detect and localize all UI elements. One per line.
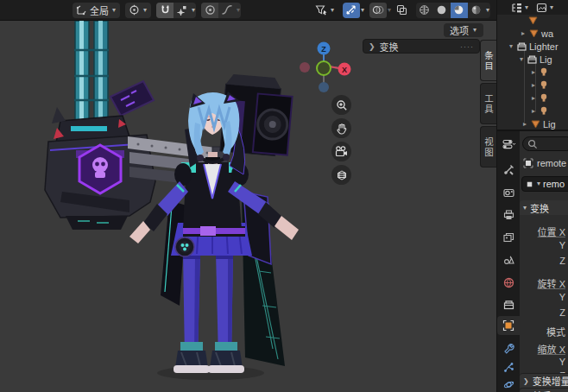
scene-icon: [503, 255, 514, 265]
proportional-editing-toggle[interactable]: [201, 3, 218, 18]
toggle-ortho-button[interactable]: [331, 165, 351, 185]
tab-object[interactable]: [497, 316, 520, 335]
tab-tool[interactable]: [497, 160, 520, 179]
tab-object-data[interactable]: [497, 389, 520, 392]
viewport-3d[interactable]: 全局 ▾ ▾ ▾: [0, 0, 497, 392]
snap-magnet-toggle[interactable]: [156, 3, 174, 18]
tab-view-layer[interactable]: [497, 228, 520, 247]
expand-right-icon[interactable]: ▸: [520, 29, 527, 37]
properties-editor-icon: [502, 139, 515, 150]
chevron-down-icon[interactable]: ▾: [111, 7, 117, 14]
gizmo-axis-y[interactable]: [317, 61, 331, 75]
properties-search-field[interactable]: [522, 136, 568, 151]
properties-tab-strip: [497, 131, 520, 392]
object-name-field[interactable]: ▾ remo: [521, 176, 568, 192]
shading-wireframe-button[interactable]: [416, 3, 433, 18]
tab-particles[interactable]: [497, 357, 520, 376]
sidebar-tab-tool[interactable]: 工具: [480, 83, 497, 124]
location-x-label: 位置 X: [538, 224, 565, 238]
outliner-row[interactable]: ▸: [497, 104, 568, 117]
toggle-ortho-icon: [336, 169, 348, 181]
sidebar-tab-view[interactable]: 视图: [480, 126, 497, 168]
chevron-down-icon[interactable]: ▾: [236, 7, 241, 14]
relations-panel-header[interactable]: ❯ 关系: [520, 388, 568, 392]
expand-down-icon[interactable]: ▾: [508, 42, 514, 50]
tab-output[interactable]: [497, 205, 520, 224]
shading-rendered-button[interactable]: [468, 3, 485, 18]
rotation-y-label: Y: [559, 292, 565, 302]
expand-down-icon[interactable]: ▾: [518, 55, 525, 63]
collapse-arrow-icon: ▾: [523, 204, 527, 212]
gizmo-x-label: X: [342, 66, 347, 74]
transform-panel-header[interactable]: ▾ 变换: [520, 200, 568, 215]
shading-wireframe-icon: [419, 4, 430, 16]
pan-button[interactable]: [331, 118, 351, 138]
show-overlays-toggle[interactable]: [369, 3, 387, 18]
outliner-row[interactable]: ▾ Lighter: [497, 40, 568, 53]
outliner-editor-type-button[interactable]: ▾: [511, 3, 529, 13]
toggle-xray-icon: [396, 4, 407, 16]
pivot-point-button[interactable]: ▾: [125, 3, 151, 18]
outliner-row[interactable]: [497, 14, 568, 27]
outliner-row[interactable]: ▸ Lig: [497, 117, 568, 130]
shading-solid-button[interactable]: [433, 3, 451, 18]
outliner-row[interactable]: ▾ Lig: [497, 53, 568, 66]
show-gizmo-toggle[interactable]: [343, 3, 360, 18]
shading-solid-icon: [436, 4, 447, 16]
tab-scene[interactable]: [497, 250, 520, 269]
breadcrumb[interactable]: remote: [523, 158, 566, 168]
outliner-row[interactable]: ▸: [497, 92, 568, 104]
tab-collection[interactable]: [497, 295, 520, 314]
chevron-down-icon[interactable]: ▾: [360, 7, 365, 14]
navigation-gizmo[interactable]: Z X: [297, 38, 352, 95]
outliner-row[interactable]: ▸ wa: [497, 27, 568, 40]
chevron-down-icon[interactable]: ▾: [330, 7, 335, 14]
transform-orientation-button[interactable]: 全局 ▾: [73, 3, 120, 18]
chevron-down-icon[interactable]: ▾: [142, 7, 148, 14]
options-button[interactable]: 选项 ▾: [444, 23, 483, 37]
toggle-xray-button[interactable]: [396, 4, 412, 16]
expand-right-icon[interactable]: ▸: [530, 94, 537, 102]
sidebar-tab-item[interactable]: 条目: [480, 40, 497, 81]
outliner-row[interactable]: ▸: [497, 79, 568, 92]
scale-x-label: 缩放 X: [538, 342, 565, 356]
zoom-button[interactable]: [331, 95, 351, 115]
camera-view-icon: [335, 146, 348, 157]
tab-modifiers[interactable]: [497, 338, 520, 357]
light-object-icon: [540, 80, 548, 90]
chevron-down-icon[interactable]: ▾: [191, 7, 196, 14]
view-layer-icon: [503, 232, 514, 243]
properties-editor[interactable]: remote ▾ remo ▾ 变换 位置 X Y Z 旋转 X Y Z 模: [497, 130, 568, 392]
chevron-down-icon[interactable]: ▾: [387, 7, 392, 14]
gizmo-axis-neg-x[interactable]: [300, 62, 310, 73]
gizmo-axis-neg-z[interactable]: [319, 82, 329, 92]
shading-material-button[interactable]: [451, 3, 468, 18]
chevron-down-icon[interactable]: ▾: [485, 7, 490, 14]
snap-target-button[interactable]: [174, 3, 191, 18]
properties-editor-type-button[interactable]: [497, 135, 520, 154]
pivot-point-icon: [129, 4, 140, 16]
overlays-group: ▾: [369, 3, 392, 18]
operator-redo-panel[interactable]: ❯ 变换 ····: [363, 39, 480, 54]
delta-transform-panel-header[interactable]: ❯ 变换增量: [520, 373, 568, 388]
expand-right-icon[interactable]: ▸: [530, 81, 537, 89]
expand-right-icon[interactable]: ▸: [530, 107, 537, 115]
shading-rendered-icon: [470, 4, 482, 16]
camera-view-button[interactable]: [331, 142, 351, 161]
drag-grip-icon[interactable]: ····: [460, 42, 474, 51]
outliner-editor[interactable]: ▾ ▾ ▸ wa: [497, 0, 568, 130]
outliner-row[interactable]: ▸: [497, 66, 568, 79]
object-type-visibility-button[interactable]: ▾: [312, 3, 338, 18]
transform-panel-title: 变换: [530, 201, 549, 215]
chevron-down-icon: ▾: [536, 180, 541, 187]
tab-render[interactable]: [497, 183, 520, 202]
viewport-canvas[interactable]: 选项 ▾ ❯ 变换 ···· Z X: [0, 21, 497, 392]
falloff-curve-button[interactable]: [218, 3, 236, 18]
outliner-filter-button[interactable]: ▾: [536, 3, 554, 13]
light-object-icon: [540, 67, 548, 77]
tab-world[interactable]: [497, 273, 520, 292]
mesh-object-icon: [528, 16, 538, 25]
expand-right-icon[interactable]: ▸: [521, 120, 528, 128]
expand-right-icon[interactable]: ▸: [530, 68, 537, 76]
chevron-down-icon: ▾: [472, 27, 477, 34]
